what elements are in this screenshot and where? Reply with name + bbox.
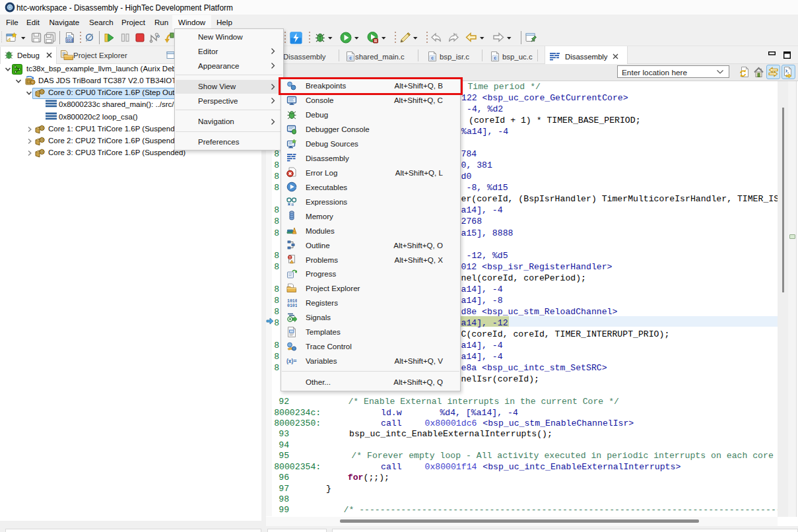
svg-text:(x)=: (x)= (286, 358, 296, 364)
svg-text:0101: 0101 (287, 304, 297, 308)
svg-text:010: 010 (67, 38, 73, 42)
svg-text:c: c (494, 55, 497, 61)
svg-text:c: c (431, 55, 434, 61)
svg-text:1010: 1010 (287, 299, 297, 304)
svg-text:c: c (349, 55, 352, 61)
